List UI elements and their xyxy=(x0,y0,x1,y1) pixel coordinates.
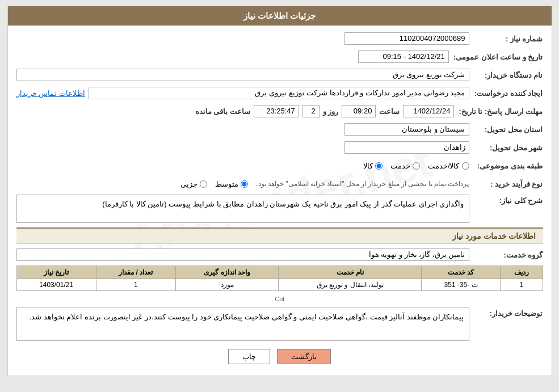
deadline-days-label: روز و xyxy=(323,107,339,116)
category-khadamat-radio[interactable] xyxy=(413,162,420,170)
print-button[interactable]: چاپ xyxy=(228,349,270,364)
col-header-code: کد خدمت xyxy=(422,266,500,279)
deadline-days: 2 xyxy=(302,105,320,117)
city-value: زاهدان xyxy=(344,141,469,154)
province-label: استان محل تحویل: xyxy=(469,125,543,134)
deadline-remaining: 23:25:47 xyxy=(254,105,299,117)
col-header-unit: واحد اندازه گیری xyxy=(175,266,279,279)
need-number-label: شماره نیاز : xyxy=(469,35,543,43)
deadline-label: مهلت ارسال پاسخ: تا تاریخ: xyxy=(454,107,543,116)
date-value: 1402/12/21 - 09:15 xyxy=(358,50,449,63)
province-value: سیستان و بلوچستان xyxy=(344,123,469,136)
category-radio-group: کالا/خدمت خدمت کالا xyxy=(16,162,469,170)
col-header-date: تاریخ نیاز xyxy=(16,266,96,279)
process-label: نوع فرآیند خرید : xyxy=(469,180,543,188)
cell-count: 1 xyxy=(96,279,175,291)
need-number-value: 1102004072000689 xyxy=(344,32,469,45)
buyer-org-value: شرکت توزیع نیروی برق xyxy=(16,69,469,81)
contact-link[interactable]: اطلاعات تماس خریدار xyxy=(16,89,85,98)
city-row: شهر محل تحویل: زاهدان xyxy=(16,140,543,155)
description-row: شرح کلی نیاز: واگذاری اجرای عملیات گذر ا… xyxy=(16,195,543,223)
buyer-notes-section: توضیحات خریدار: پیمانکاران موظفند آنالیز… xyxy=(16,307,543,341)
col-note: Col xyxy=(16,294,543,304)
process-row: نوع فرآیند خرید : پرداخت تمام یا بخشی از… xyxy=(16,176,543,191)
city-label: شهر محل تحویل: xyxy=(469,144,543,152)
creator-value: مجید رضوانی مدیر امور تدارکات و قرارداده… xyxy=(89,87,469,99)
service-group-value: تامین برق، گاز، بخار و تهویه هوا xyxy=(16,248,469,261)
col-header-name: نام خدمت xyxy=(279,266,422,279)
category-kala-khadamat-label: کالا/خدمت xyxy=(428,162,460,170)
services-table: ردیف کد خدمت نام خدمت واحد اندازه گیری ت… xyxy=(16,265,543,291)
services-section-title: اطلاعات خدمات مورد نیاز xyxy=(16,227,543,244)
process-motavasset-radio[interactable] xyxy=(241,180,248,188)
need-number-row: شماره نیاز : 1102004072000689 xyxy=(16,31,543,46)
description-label: شرح کلی نیاز: xyxy=(469,195,543,205)
buyer-org-label: نام دستگاه خریدار: xyxy=(469,71,543,79)
creator-label: ایجاد کننده درخواست: xyxy=(469,89,543,98)
deadline-remaining-label: ساعت باقی مانده xyxy=(195,107,250,116)
cell-unit: مورد xyxy=(175,279,279,291)
service-group-label: گروه خدمت: xyxy=(469,251,543,259)
buttons-row: بازگشت چاپ xyxy=(16,349,543,364)
process-jozi-item[interactable]: جزیی xyxy=(180,180,207,188)
col-header-row: ردیف xyxy=(500,266,543,279)
description-value: واگذاری اجرای عملیات گذر از پیک امور برق… xyxy=(16,195,469,223)
page-title: جزئیات اطلاعات نیاز xyxy=(8,6,552,26)
cell-row: 1 xyxy=(500,279,543,291)
date-label: تاریخ و ساعت اعلان عمومی: xyxy=(449,53,543,61)
category-khadamat-item[interactable]: خدمت xyxy=(390,162,420,170)
table-header-row: ردیف کد خدمت نام خدمت واحد اندازه گیری ت… xyxy=(16,266,543,279)
deadline-time-label: ساعت xyxy=(379,107,400,116)
buyer-notes-label: توضیحات خریدار: xyxy=(469,307,543,318)
process-jozi-radio[interactable] xyxy=(200,180,207,188)
process-jozi-label: جزیی xyxy=(180,180,197,188)
date-row: تاریخ و ساعت اعلان عمومی: 1402/12/21 - 0… xyxy=(16,49,543,64)
category-kala-radio[interactable] xyxy=(375,162,383,170)
province-row: استان محل تحویل: سیستان و بلوچستان xyxy=(16,122,543,137)
deadline-row: مهلت ارسال پاسخ: تا تاریخ: 1402/12/24 سا… xyxy=(16,104,543,119)
table-row: 1 ت -35- 351 تولید، انتقال و توزیع برق م… xyxy=(16,279,543,291)
process-radio-group: پرداخت تمام یا بخشی از مبلغ خریدار از مح… xyxy=(16,180,469,188)
category-kala-label: کالا xyxy=(363,162,373,170)
deadline-time: 09:20 xyxy=(342,105,376,117)
category-kala-khadamat-item[interactable]: کالا/خدمت xyxy=(428,162,469,170)
creator-row: ایجاد کننده درخواست: مجید رضوانی مدیر ام… xyxy=(16,86,543,100)
process-motavasset-label: متوسط xyxy=(215,180,238,188)
back-button[interactable]: بازگشت xyxy=(277,349,331,364)
cell-date: 1403/01/21 xyxy=(16,279,96,291)
service-group-row: گروه خدمت: تامین برق، گاز، بخار و تهویه … xyxy=(16,247,543,262)
category-label: طبقه بندی موضوعی: xyxy=(469,162,543,170)
col-header-count: تعداد / مقدار xyxy=(96,266,175,279)
process-note: پرداخت تمام یا بخشی از مبلغ خریدار از مح… xyxy=(256,180,469,188)
category-khadamat-label: خدمت xyxy=(390,162,410,170)
category-kala-khadamat-radio[interactable] xyxy=(462,162,469,170)
cell-name: تولید، انتقال و توزیع برق xyxy=(279,279,422,291)
process-motavasset-item[interactable]: متوسط xyxy=(215,180,248,188)
category-kala-item[interactable]: کالا xyxy=(363,162,383,170)
deadline-date: 1402/12/24 xyxy=(403,105,454,117)
cell-code: ت -35- 351 xyxy=(422,279,500,291)
buyer-notes-value: پیمانکاران موظفند آنالیز قیمت ،گواهی صلا… xyxy=(16,307,469,341)
category-row: طبقه بندی موضوعی: کالا/خدمت خدمت کالا xyxy=(16,158,543,173)
buyer-org-row: نام دستگاه خریدار: شرکت توزیع نیروی برق xyxy=(16,68,543,82)
